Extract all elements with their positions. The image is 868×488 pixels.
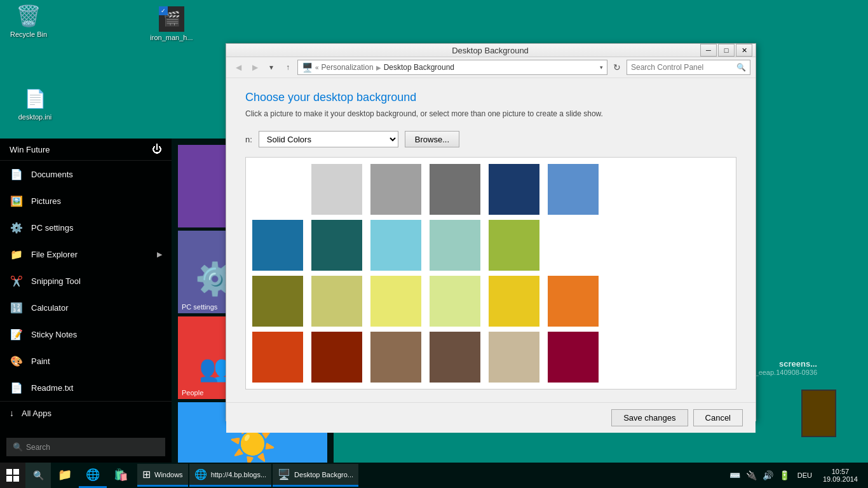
taskbar-ie-pin[interactable]: 🌐 [79,463,107,488]
search-icon: 🔍 [736,63,746,72]
color-swatch-navyblue[interactable] [489,164,539,215]
location-label: n: [245,135,252,144]
taskbar-file-explorer-pin[interactable]: 📁 [51,463,79,488]
forward-button[interactable]: ▶ [248,60,262,74]
color-swatch-darkgray[interactable] [430,164,480,215]
start-username: Win Future [10,145,50,154]
taskbar-app-desktop-bg[interactable]: 🖥️ Desktop Backgro... [273,464,358,487]
desktop-ini-icon[interactable]: 📄 desktop.ini [10,86,60,121]
color-swatch-lime[interactable] [489,220,539,271]
arrow-icon: ▶ [157,250,162,259]
preview-thumbnail [801,390,836,437]
pc-settings-nav-icon: ⚙️ [10,220,24,234]
color-swatch-tan[interactable] [311,276,362,327]
start-search-bar[interactable]: 🔍 [6,438,165,456]
tray-network-icon[interactable]: 🔌 [745,463,759,488]
taskbar-store-pin[interactable]: 🛍️ [107,463,135,488]
cancel-button[interactable]: Cancel [693,409,743,426]
color-swatch-brown[interactable] [430,332,480,383]
taskbar-pinned-area: 📁 🌐 🛍️ [51,463,135,488]
taskbar-app-windows[interactable]: ⊞ Windows [137,464,188,487]
calendar-label [178,222,186,227]
color-swatch-orange[interactable] [548,276,599,327]
color-swatch-beige[interactable] [489,332,539,383]
nav-pictures[interactable]: 🖼️ Pictures [0,187,172,214]
color-swatch-lightgray[interactable] [311,164,362,215]
search-box: 🔍 [627,60,750,75]
system-clock[interactable]: 10:57 19.09.2014 [818,463,863,488]
color-swatch-lightyellow[interactable] [430,276,480,327]
search-input[interactable] [631,63,734,72]
all-apps-arrow: ↓ [10,408,14,418]
readme-icon: 📄 [10,381,24,395]
taskbar-search-button[interactable]: 🔍 [25,463,51,488]
nav-sticky-notes[interactable]: 📝 Sticky Notes [0,321,172,348]
tray-battery-icon[interactable]: 🔋 [778,463,792,488]
nav-documents[interactable]: 📄 Documents [0,161,172,187]
recycle-bin-icon[interactable]: 🗑️ Recycle Bin [3,3,54,38]
desktop-icons: 🗑️ Recycle Bin ✓ 🎬 iron_man_h... 📄 deskt… [3,3,54,70]
nav-paint[interactable]: 🎨 Paint [0,348,172,374]
language-button[interactable]: DEU [794,463,815,488]
ie-app-icon: 🌐 [194,468,207,480]
nav-paint-label: Paint [31,356,50,366]
nav-file-explorer[interactable]: 📁 File Explorer ▶ [0,241,172,268]
refresh-button[interactable]: ↻ [610,60,624,74]
recycle-bin-label: Recycle Bin [10,30,47,38]
search-magnifier-icon: 🔍 [13,442,23,452]
taskbar-app-ie[interactable]: 🌐 http://4.bp.blogs... [189,464,271,487]
address-current-page: Desktop Background [384,63,454,72]
power-button[interactable]: ⏻ [152,144,162,155]
desktop-bg-app-label: Desktop Backgro... [294,471,353,478]
location-row: n: Solid Colors Windows Desktop Backgrou… [245,131,736,147]
color-swatch-lightblue[interactable] [370,220,421,271]
maximize-button[interactable]: □ [718,44,735,57]
iron-man-icon[interactable]: ✓ 🎬 iron_man_h... [146,6,197,41]
documents-icon: 📄 [10,167,24,181]
address-separator: ▶ [376,64,381,71]
recent-button[interactable]: ▾ [264,60,278,74]
color-swatch-darkred[interactable] [311,332,362,383]
color-grid-container[interactable] [245,157,736,390]
snipping-tool-icon: ✂️ [10,274,24,288]
nav-sticky-label: Sticky Notes [31,330,77,339]
color-swatch-olivedark[interactable] [252,276,303,327]
address-dropdown-icon[interactable]: ▾ [600,64,603,71]
color-swatch-mint[interactable] [430,220,480,271]
color-swatch-yellow[interactable] [370,276,421,327]
location-select[interactable]: Solid Colors Windows Desktop Backgrounds… [259,131,398,147]
all-apps-button[interactable]: ↓ All Apps [0,401,172,424]
address-bar: 🖥️ « Personalization ▶ Desktop Backgroun… [297,60,607,75]
taskbar-open-apps: ⊞ Windows 🌐 http://4.bp.blogs... 🖥️ Desk… [135,463,723,488]
color-swatch-gold[interactable] [489,276,539,327]
save-changes-button[interactable]: Save changes [611,409,688,426]
content-subtitle: Click a picture to make it your desktop … [245,109,736,118]
start-search-input[interactable] [26,443,159,452]
color-swatch-cornflowerblue[interactable] [548,164,599,215]
tray-keyboard-icon[interactable]: ⌨️ [728,463,742,488]
window-toolbar: ◀ ▶ ▾ ↑ 🖥️ « Personalization ▶ Desktop B… [226,57,756,78]
up-button[interactable]: ↑ [281,60,295,74]
start-button[interactable] [0,463,25,488]
nav-calculator[interactable]: 🔢 Calculator [0,294,172,321]
sticky-notes-icon: 📝 [10,327,24,341]
nav-readme[interactable]: 📄 Readme.txt [0,374,172,401]
color-swatch-tan2[interactable] [370,332,421,383]
color-swatch-gray[interactable] [370,164,421,215]
tray-volume-icon[interactable]: 🔊 [761,463,775,488]
browse-button[interactable]: Browse... [405,131,459,147]
color-swatch-darkteal[interactable] [311,220,362,271]
pc-settings-tile-label: PC settings [178,301,221,313]
back-button[interactable]: ◀ [231,60,245,74]
nav-pc-settings[interactable]: ⚙️ PC settings [0,214,172,241]
people-tile-label: People [178,386,207,399]
color-swatch-crimson[interactable] [548,332,599,383]
taskbar-tray: ⌨️ 🔌 🔊 🔋 DEU 10:57 19.09.2014 [723,463,868,488]
window-footer: Save changes Cancel [226,402,756,433]
color-swatch-teal[interactable] [252,220,303,271]
window-title: Desktop Background [452,46,529,55]
close-button[interactable]: ✕ [736,44,752,57]
nav-snipping-tool[interactable]: ✂️ Snipping Tool [0,268,172,294]
color-swatch-darkorange[interactable] [252,332,303,383]
minimize-button[interactable]: ─ [700,44,717,57]
